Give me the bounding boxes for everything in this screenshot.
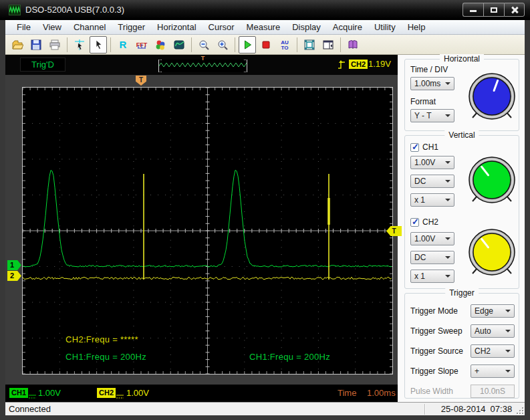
check-icon: ✓: [412, 142, 419, 152]
chevron-down-icon: [505, 330, 511, 332]
format-label: Format: [410, 97, 436, 106]
maximize-button[interactable]: [483, 3, 504, 17]
panel-layout-icon: [322, 39, 334, 51]
stop-icon: [260, 39, 272, 51]
toolbar-separator: [297, 37, 297, 52]
full-screen-button[interactable]: [301, 36, 318, 54]
scope-region: T 1 2 T CH2:Frequ = ***** CH1:Frequ = 20…: [5, 75, 398, 385]
close-button[interactable]: [504, 3, 525, 17]
color-settings-icon: [154, 39, 166, 51]
measure-cursor-button[interactable]: [71, 36, 88, 54]
acquisition-status-strip: Trig'D T CH2 1.19V: [5, 55, 398, 75]
trigger-time-marker[interactable]: T: [136, 76, 146, 86]
fft-button[interactable]: FFT: [133, 36, 150, 54]
scope-canvas: [23, 88, 392, 374]
menu-trigger[interactable]: Trigger: [112, 22, 151, 32]
ch1-frequency-readout: CH1:Frequ = 200Hz: [65, 352, 146, 362]
zoom-in-button[interactable]: [214, 36, 231, 54]
print-icon: [49, 39, 61, 51]
horizontal-knob[interactable]: [467, 71, 517, 122]
toolbar-separator: [191, 37, 192, 52]
print-button[interactable]: [46, 36, 63, 54]
svg-text:TO: TO: [281, 45, 289, 51]
pulse-width-field: 10.0nS: [471, 385, 515, 398]
ch1-checkbox-label: CH1: [422, 142, 438, 152]
open-folder-icon: [11, 39, 23, 51]
zoom-out-icon: [198, 39, 210, 51]
ch2-probe-select[interactable]: x 1: [410, 270, 454, 283]
ch1-coupling-select[interactable]: DC: [410, 175, 454, 188]
pointer-button[interactable]: [90, 36, 107, 54]
ch1-position-knob[interactable]: [467, 154, 517, 205]
menu-channel[interactable]: Channel: [68, 22, 112, 32]
color-settings-button[interactable]: [152, 36, 169, 54]
letter-r-icon: R: [117, 39, 129, 51]
maximize-icon: [491, 7, 497, 13]
panel-toggle-button[interactable]: [319, 36, 337, 54]
ch2-volt-select[interactable]: 1.00V: [410, 232, 454, 245]
waveform-preview[interactable]: T: [158, 60, 247, 72]
minimize-button[interactable]: [462, 3, 483, 17]
chevron-down-icon: [445, 256, 450, 259]
play-icon: [241, 39, 253, 51]
resize-grip[interactable]: [515, 406, 523, 414]
start-button[interactable]: [239, 36, 256, 54]
trigger-level-readout: 1.19V: [368, 59, 391, 69]
ch2-position-marker[interactable]: 2: [7, 271, 21, 281]
zoom-out-button[interactable]: [195, 36, 213, 54]
trigger-status: Trig'D: [20, 58, 65, 72]
menu-cursor[interactable]: Cursor: [203, 22, 241, 32]
save-button[interactable]: [27, 36, 45, 54]
format-select[interactable]: Y - T: [410, 109, 454, 122]
pointer-icon: [92, 39, 104, 51]
trigger-mode-select[interactable]: Edge: [471, 304, 515, 318]
preview-right-bracket: [244, 60, 247, 72]
menu-measure[interactable]: Measure: [241, 22, 287, 32]
waveform-display-button[interactable]: [170, 36, 188, 54]
app-window: DSO-5200A USB(7.0.0.3) File View Channel…: [0, 0, 530, 420]
help-button[interactable]: [344, 36, 362, 54]
title-bar[interactable]: DSO-5200A USB(7.0.0.3): [0, 0, 530, 20]
trigger-source-select[interactable]: CH2: [471, 344, 515, 358]
auto-setup-button[interactable]: AUTO: [276, 36, 293, 54]
ch2-volts-per-div: 1.00V: [126, 388, 149, 398]
time-per-div: 1.00ms: [367, 388, 396, 398]
preview-trigger-marker[interactable]: T: [201, 55, 205, 62]
chevron-down-icon: [505, 370, 511, 373]
ch1-probe-select[interactable]: x 1: [410, 193, 454, 207]
fft-icon: FFT: [136, 39, 148, 51]
ch2-checkbox[interactable]: ✓: [410, 218, 419, 227]
trigger-sweep-select[interactable]: Auto: [471, 324, 515, 338]
ch2-frequency-readout: CH2:Frequ = *****: [65, 334, 138, 344]
refresh-button[interactable]: R: [114, 36, 132, 54]
ch1-position-marker[interactable]: 1: [7, 260, 21, 270]
menu-acquire[interactable]: Acquire: [327, 22, 368, 32]
ch1-volt-select[interactable]: 1.00V: [410, 156, 454, 169]
save-icon: [30, 39, 42, 51]
menu-file[interactable]: File: [11, 22, 37, 32]
menu-utility[interactable]: Utility: [368, 22, 402, 32]
toolbar-separator: [235, 37, 235, 52]
open-button[interactable]: [9, 36, 26, 54]
trigger-slope-select[interactable]: +: [471, 364, 515, 378]
menu-horizontal[interactable]: Horizontal: [151, 22, 203, 32]
toolbar-separator: [110, 37, 111, 52]
ch2-position-knob[interactable]: [467, 227, 517, 278]
ch2-checkbox-label: CH2: [422, 217, 438, 227]
chevron-down-icon: [445, 82, 450, 85]
connection-status: Connected: [9, 404, 51, 414]
menu-help[interactable]: Help: [402, 22, 432, 32]
chevron-down-icon: [445, 180, 450, 183]
time-div-label: Time / DIV: [410, 65, 448, 74]
stop-button[interactable]: [257, 36, 275, 54]
ch2-coupling-icon: [116, 391, 124, 403]
ch1-checkbox[interactable]: ✓: [410, 143, 419, 152]
horizontal-group-title: Horizontal: [440, 54, 484, 64]
ch2-coupling-select[interactable]: DC: [410, 251, 454, 264]
trigger-slope-label: Trigger Slope: [410, 366, 458, 376]
time-div-select[interactable]: 1.00ms: [410, 77, 454, 90]
menu-view[interactable]: View: [37, 22, 68, 32]
chevron-down-icon: [505, 310, 511, 312]
ch1-coupling-icon: [29, 391, 36, 403]
menu-display[interactable]: Display: [286, 22, 327, 32]
